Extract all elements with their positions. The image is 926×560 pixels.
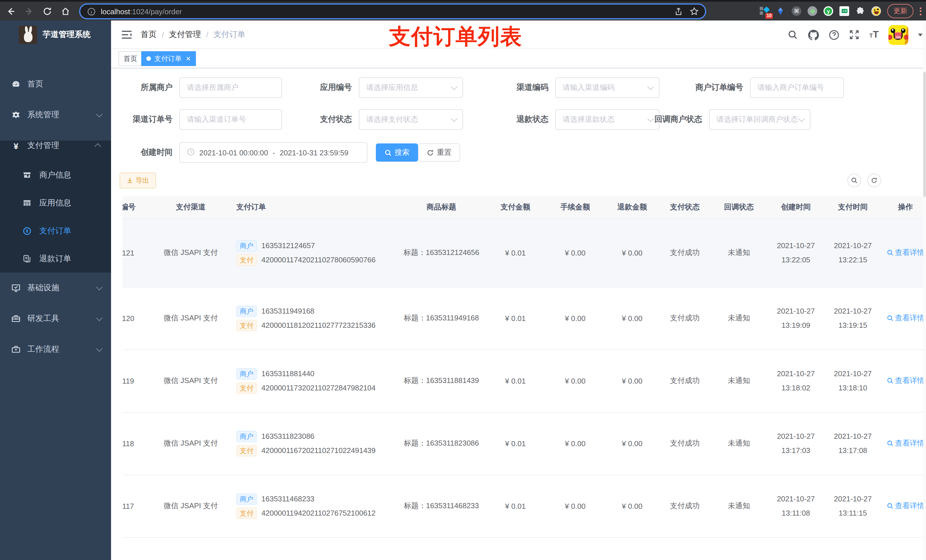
sidebar-item-label: 基础设施	[27, 283, 59, 293]
cell-channel	[154, 537, 228, 560]
profile-avatar-emoji[interactable]	[872, 6, 881, 16]
fullscreen-icon[interactable]	[849, 29, 859, 40]
notify-status-select[interactable]: 请选择订单回调商户状态	[709, 109, 810, 130]
cell-amount: ¥ 0.01	[484, 349, 547, 412]
browser-home-icon[interactable]	[61, 6, 71, 16]
order-number: 4200001167202110271022491439	[262, 446, 375, 455]
avatar-caret-icon[interactable]	[918, 33, 923, 36]
view-detail-link[interactable]: 查看详情	[887, 376, 924, 386]
sidebar-item-refund-order[interactable]: 退款订单	[0, 245, 111, 273]
toggle-search-button[interactable]	[847, 174, 861, 187]
chevron-down-icon	[648, 84, 654, 90]
sidebar-item-workflow[interactable]: 工作流程	[0, 334, 111, 365]
app-header: 首页 / 支付管理 / 支付订单 支付订单列表 TT	[111, 21, 926, 49]
breadcrumb-home[interactable]: 首页	[141, 30, 157, 40]
sidebar-item-merchant-info[interactable]: 商户信息	[0, 161, 111, 189]
site-info-icon[interactable]	[86, 6, 96, 17]
cell-actions	[883, 537, 926, 560]
sidebar-item-app-info[interactable]: 应用信息	[0, 189, 111, 217]
window-scrollbar[interactable]	[923, 21, 926, 560]
toolbox-icon	[11, 314, 21, 323]
cell-pay-time: 2021-10-2713:22:15	[823, 219, 883, 287]
channel-code-select[interactable]: 请输入渠道编码	[555, 77, 660, 98]
order-number: 1635312124657	[262, 241, 315, 250]
url-path: :1024/pay/order	[130, 7, 182, 16]
header-search-icon[interactable]	[787, 29, 798, 40]
browser-back-icon[interactable]	[6, 6, 16, 16]
app-select[interactable]: 请选择应用信息	[359, 77, 463, 98]
cell-no: 120	[123, 287, 154, 349]
merchant-order-no-input[interactable]: 请输入商户订单编号	[750, 77, 844, 98]
cell-notify: 未通知	[709, 475, 769, 537]
date-start: 2021-10-01 00:00:00	[199, 148, 268, 157]
cell-actions: 查看详情	[883, 412, 926, 475]
breadcrumb-payment[interactable]: 支付管理	[169, 30, 201, 40]
user-avatar[interactable]	[888, 25, 908, 45]
sidebar-item-payment[interactable]: ¥ 支付管理	[0, 130, 111, 161]
extension-icon-badge[interactable]: 10	[760, 6, 769, 16]
browser-update-button[interactable]: 更新	[887, 4, 914, 18]
cell-status: 支付成功	[661, 349, 709, 412]
tab-home[interactable]: 首页	[118, 51, 142, 66]
browser-menu-icon[interactable]	[920, 7, 921, 15]
filter-pay-status: 支付状态 请选择支付状态	[296, 109, 463, 130]
cell-title: 标题：1635311881439	[399, 349, 484, 412]
order-number: 1635311881440	[262, 369, 314, 378]
tab-pay-order[interactable]: 支付订单 ✕	[141, 51, 196, 66]
chevron-down-icon	[451, 84, 458, 90]
view-detail-link[interactable]: 查看详情	[887, 438, 924, 448]
help-icon[interactable]	[828, 29, 839, 40]
close-tab-icon[interactable]: ✕	[186, 56, 191, 62]
bookmark-star-icon[interactable]	[689, 6, 699, 17]
sidebar-item-infrastructure[interactable]: 基础设施	[0, 273, 111, 303]
cell-amount	[484, 537, 547, 560]
cell-pay-time: 2021-10-2713:11:15	[823, 475, 883, 537]
sidebar-item-label: 应用信息	[39, 198, 71, 208]
table-icon	[23, 199, 31, 207]
sidebar-item-home[interactable]: 首页	[0, 69, 111, 100]
view-detail-link[interactable]: 查看详情	[887, 248, 924, 258]
refresh-table-button[interactable]	[867, 174, 881, 187]
extension-icon-chat[interactable]	[840, 6, 849, 16]
column-header: 编号	[123, 196, 154, 219]
cell-channel: 微信 JSAPI 支付	[154, 287, 228, 349]
filter-label: 商户订单编号	[681, 83, 750, 93]
extension-icon-gem[interactable]	[776, 6, 785, 16]
cell-channel: 微信 JSAPI 支付	[154, 349, 228, 412]
sidebar-item-pay-order[interactable]: ¥ 支付订单	[0, 217, 111, 245]
address-bar[interactable]: localhost:1024/pay/order	[79, 3, 706, 20]
font-size-icon[interactable]: TT	[869, 29, 879, 41]
sidebar-toggle-icon[interactable]	[121, 30, 132, 40]
channel-order-no-input[interactable]: 请输入渠道订单号	[179, 109, 282, 130]
cell-status: 支付成功	[661, 287, 709, 349]
search-button[interactable]: 搜索	[376, 143, 418, 162]
pay-status-select[interactable]: 请选择支付状态	[359, 109, 463, 130]
extension-icon-dot[interactable]	[808, 6, 817, 16]
view-detail-link[interactable]: 查看详情	[887, 501, 924, 511]
export-button[interactable]: 导出	[120, 172, 156, 189]
share-icon[interactable]	[673, 6, 683, 17]
merchant-select[interactable]: 请选择所属商户	[179, 77, 282, 98]
app-logo[interactable]: 芋道管理系统	[0, 21, 111, 49]
extension-icon-y[interactable]: y	[823, 6, 833, 16]
reset-button[interactable]: 重置	[418, 143, 460, 162]
cell-no: 119	[123, 349, 154, 412]
search-icon	[887, 377, 893, 384]
order-number: 4200001174202110278060590766	[262, 255, 375, 264]
extensions-puzzle-icon[interactable]	[855, 6, 865, 16]
browser-forward-icon[interactable]	[24, 6, 34, 16]
extension-icon-command[interactable]: ⌘	[791, 6, 801, 16]
github-icon[interactable]	[808, 29, 819, 40]
date-range-picker[interactable]: 2021-10-01 00:00:00 - 2021-10-31 23:59:5…	[179, 142, 367, 163]
cell-pay-order: 商户1635311881440支付42000011732021102728479…	[228, 349, 399, 412]
table-row: 119微信 JSAPI 支付商户1635311881440支付420000117…	[123, 349, 926, 412]
view-detail-link[interactable]: 查看详情	[887, 313, 924, 323]
browser-reload-icon[interactable]	[42, 6, 52, 16]
cell-no	[123, 537, 154, 560]
cell-no: 117	[123, 475, 154, 537]
chevron-down-icon	[96, 346, 103, 352]
sidebar-item-system[interactable]: 系统管理	[0, 100, 111, 130]
merchant-tag: 商户	[236, 430, 257, 442]
sidebar-item-dev-tools[interactable]: 研发工具	[0, 303, 111, 334]
cell-refund: ¥ 0.00	[604, 219, 661, 287]
